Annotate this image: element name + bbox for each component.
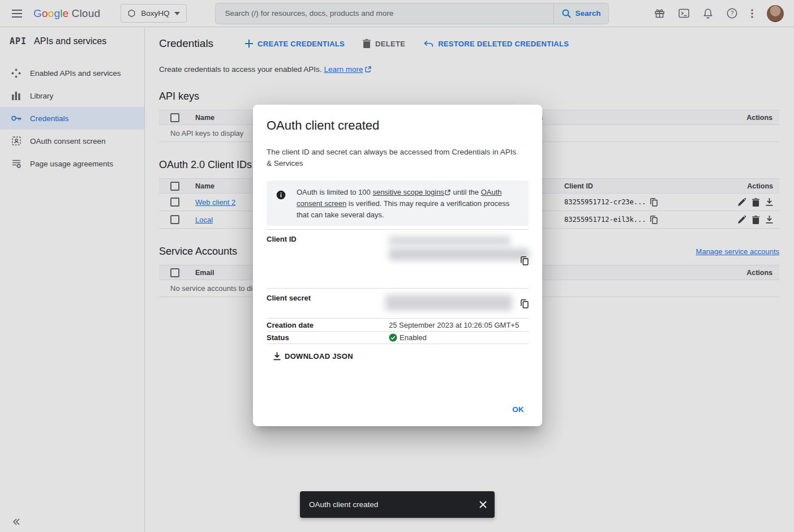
copy-client-id-button[interactable] [521,256,529,265]
copy-client-secret-button[interactable] [521,299,529,308]
creation-date-label: Creation date [267,321,389,329]
dialog-body-text: The client ID and secret can always be a… [267,147,522,169]
check-circle-icon [389,333,397,342]
client-secret-label: Client secret [267,294,389,318]
oauth-limit-notice: OAuth is limited to 100 sensitive scope … [267,181,529,226]
client-id-redacted [389,236,510,246]
oauth-client-created-dialog: OAuth client created The client ID and s… [253,105,542,426]
status-label: Status [267,333,389,342]
client-secret-value [389,294,529,318]
snackbar-message: OAuth client created [300,500,378,509]
dialog-fields: Client ID Client secret Creation date 25… [267,229,529,344]
client-id-value [389,235,529,288]
status-value: Enabled [389,333,529,342]
info-icon [276,190,286,221]
client-id-label: Client ID [267,235,389,288]
snackbar: OAuth client created [300,491,495,518]
status-badge: Enabled [400,333,427,342]
client-id-redacted [389,248,529,260]
sensitive-scope-logins-link[interactable]: sensitive scope logins [372,188,450,196]
client-id-row: Client ID [267,229,529,288]
creation-date-value: 25 September 2023 at 10:26:05 GMT+5 [389,321,529,329]
dialog-title: OAuth client created [267,118,529,133]
client-secret-redacted [385,295,512,311]
download-json-button[interactable]: DOWNLOAD JSON [273,352,353,361]
ok-button[interactable]: OK [509,402,527,417]
snackbar-close-button[interactable] [479,501,487,508]
creation-date-row: Creation date 25 September 2023 at 10:26… [267,318,529,331]
status-row: Status Enabled [267,331,529,344]
download-icon [273,352,281,361]
notice-text: OAuth is limited to 100 sensitive scope … [297,187,518,221]
client-secret-row: Client secret [267,288,529,318]
external-link-icon [445,190,450,195]
